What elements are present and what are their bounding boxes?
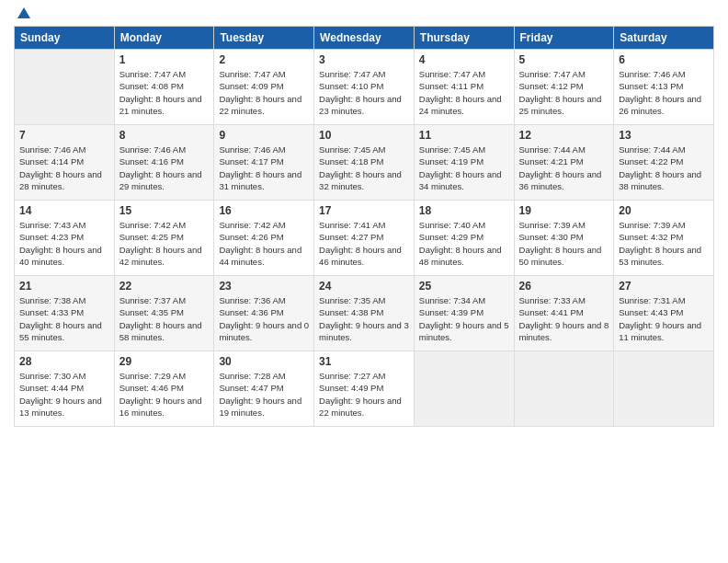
day-cell: 14Sunrise: 7:43 AMSunset: 4:23 PMDayligh… — [15, 201, 115, 276]
day-info: Sunrise: 7:41 AMSunset: 4:27 PMDaylight:… — [319, 219, 409, 268]
day-info: Sunrise: 7:44 AMSunset: 4:21 PMDaylight:… — [519, 144, 609, 192]
col-header-saturday: Saturday — [614, 27, 714, 50]
day-info: Sunrise: 7:46 AMSunset: 4:13 PMDaylight:… — [619, 68, 709, 117]
day-number: 29 — [119, 355, 210, 368]
day-cell: 24Sunrise: 7:35 AMSunset: 4:38 PMDayligh… — [314, 276, 415, 351]
week-row-4: 21Sunrise: 7:38 AMSunset: 4:33 PMDayligh… — [15, 276, 714, 351]
day-info: Sunrise: 7:39 AMSunset: 4:30 PMDaylight:… — [519, 219, 609, 268]
day-info: Sunrise: 7:47 AMSunset: 4:09 PMDaylight:… — [219, 68, 309, 117]
day-info: Sunrise: 7:38 AMSunset: 4:33 PMDaylight:… — [19, 294, 109, 343]
day-cell: 13Sunrise: 7:44 AMSunset: 4:22 PMDayligh… — [614, 125, 714, 201]
day-cell: 15Sunrise: 7:42 AMSunset: 4:25 PMDayligh… — [114, 201, 214, 276]
day-info: Sunrise: 7:46 AMSunset: 4:17 PMDaylight:… — [219, 144, 309, 192]
col-header-sunday: Sunday — [15, 27, 115, 50]
day-number: 9 — [219, 129, 309, 142]
day-number: 3 — [319, 53, 409, 66]
day-info: Sunrise: 7:34 AMSunset: 4:39 PMDaylight:… — [419, 294, 509, 343]
day-number: 12 — [519, 129, 609, 142]
day-info: Sunrise: 7:42 AMSunset: 4:25 PMDaylight:… — [119, 219, 210, 268]
day-cell: 20Sunrise: 7:39 AMSunset: 4:32 PMDayligh… — [614, 201, 714, 276]
day-number: 16 — [219, 204, 309, 217]
day-info: Sunrise: 7:43 AMSunset: 4:23 PMDaylight:… — [19, 219, 109, 268]
header — [14, 9, 714, 18]
day-info: Sunrise: 7:29 AMSunset: 4:46 PMDaylight:… — [119, 370, 210, 419]
day-info: Sunrise: 7:47 AMSunset: 4:10 PMDaylight:… — [319, 68, 409, 117]
logo-arrow-icon — [16, 6, 32, 22]
day-info: Sunrise: 7:28 AMSunset: 4:47 PMDaylight:… — [219, 370, 309, 419]
day-info: Sunrise: 7:44 AMSunset: 4:22 PMDaylight:… — [619, 144, 709, 192]
svg-marker-0 — [17, 7, 30, 18]
day-info: Sunrise: 7:45 AMSunset: 4:18 PMDaylight:… — [319, 144, 409, 192]
day-number: 26 — [519, 280, 609, 293]
page: SundayMondayTuesdayWednesdayThursdayFrid… — [0, 0, 728, 563]
day-cell: 2Sunrise: 7:47 AMSunset: 4:09 PMDaylight… — [214, 50, 314, 125]
week-row-1: 1Sunrise: 7:47 AMSunset: 4:08 PMDaylight… — [15, 50, 714, 125]
col-header-tuesday: Tuesday — [214, 27, 314, 50]
day-number: 2 — [219, 53, 309, 66]
day-number: 11 — [419, 129, 509, 142]
day-cell: 26Sunrise: 7:33 AMSunset: 4:41 PMDayligh… — [514, 276, 614, 351]
col-header-monday: Monday — [114, 27, 214, 50]
day-cell: 1Sunrise: 7:47 AMSunset: 4:08 PMDaylight… — [114, 50, 214, 125]
day-cell: 19Sunrise: 7:39 AMSunset: 4:30 PMDayligh… — [514, 201, 614, 276]
day-info: Sunrise: 7:42 AMSunset: 4:26 PMDaylight:… — [219, 219, 309, 268]
day-cell: 4Sunrise: 7:47 AMSunset: 4:11 PMDaylight… — [414, 50, 514, 125]
day-info: Sunrise: 7:45 AMSunset: 4:19 PMDaylight:… — [419, 144, 509, 192]
day-info: Sunrise: 7:33 AMSunset: 4:41 PMDaylight:… — [519, 294, 609, 343]
week-row-3: 14Sunrise: 7:43 AMSunset: 4:23 PMDayligh… — [15, 201, 714, 276]
day-info: Sunrise: 7:37 AMSunset: 4:35 PMDaylight:… — [119, 294, 210, 343]
day-number: 24 — [319, 280, 409, 293]
day-cell — [15, 50, 115, 125]
day-cell: 21Sunrise: 7:38 AMSunset: 4:33 PMDayligh… — [15, 276, 115, 351]
day-number: 1 — [119, 53, 210, 66]
day-cell: 30Sunrise: 7:28 AMSunset: 4:47 PMDayligh… — [214, 351, 314, 427]
day-cell: 11Sunrise: 7:45 AMSunset: 4:19 PMDayligh… — [414, 125, 514, 201]
day-number: 10 — [319, 129, 409, 142]
calendar-table: SundayMondayTuesdayWednesdayThursdayFrid… — [14, 26, 714, 427]
col-header-friday: Friday — [514, 27, 614, 50]
day-cell — [414, 351, 514, 427]
logo — [14, 9, 32, 18]
day-cell: 22Sunrise: 7:37 AMSunset: 4:35 PMDayligh… — [114, 276, 214, 351]
day-cell: 8Sunrise: 7:46 AMSunset: 4:16 PMDaylight… — [114, 125, 214, 201]
day-info: Sunrise: 7:30 AMSunset: 4:44 PMDaylight:… — [19, 370, 109, 419]
day-cell — [614, 351, 714, 427]
day-number: 17 — [319, 204, 409, 217]
day-info: Sunrise: 7:47 AMSunset: 4:08 PMDaylight:… — [119, 68, 210, 117]
day-cell: 18Sunrise: 7:40 AMSunset: 4:29 PMDayligh… — [414, 201, 514, 276]
day-number: 7 — [19, 129, 109, 142]
day-cell: 31Sunrise: 7:27 AMSunset: 4:49 PMDayligh… — [314, 351, 415, 427]
day-number: 4 — [419, 53, 509, 66]
day-info: Sunrise: 7:31 AMSunset: 4:43 PMDaylight:… — [619, 294, 709, 343]
day-info: Sunrise: 7:46 AMSunset: 4:14 PMDaylight:… — [19, 144, 109, 192]
day-number: 18 — [419, 204, 509, 217]
calendar-header-row: SundayMondayTuesdayWednesdayThursdayFrid… — [15, 27, 714, 50]
day-cell: 28Sunrise: 7:30 AMSunset: 4:44 PMDayligh… — [15, 351, 115, 427]
day-number: 14 — [19, 204, 109, 217]
day-number: 20 — [619, 204, 709, 217]
day-number: 21 — [19, 280, 109, 293]
day-number: 13 — [619, 129, 709, 142]
week-row-2: 7Sunrise: 7:46 AMSunset: 4:14 PMDaylight… — [15, 125, 714, 201]
day-cell: 5Sunrise: 7:47 AMSunset: 4:12 PMDaylight… — [514, 50, 614, 125]
day-cell: 6Sunrise: 7:46 AMSunset: 4:13 PMDaylight… — [614, 50, 714, 125]
day-number: 19 — [519, 204, 609, 217]
week-row-5: 28Sunrise: 7:30 AMSunset: 4:44 PMDayligh… — [15, 351, 714, 427]
day-cell: 29Sunrise: 7:29 AMSunset: 4:46 PMDayligh… — [114, 351, 214, 427]
day-cell: 16Sunrise: 7:42 AMSunset: 4:26 PMDayligh… — [214, 201, 314, 276]
day-cell: 10Sunrise: 7:45 AMSunset: 4:18 PMDayligh… — [314, 125, 415, 201]
day-number: 31 — [319, 355, 409, 368]
col-header-wednesday: Wednesday — [314, 27, 415, 50]
day-number: 8 — [119, 129, 210, 142]
col-header-thursday: Thursday — [414, 27, 514, 50]
day-number: 6 — [619, 53, 709, 66]
day-number: 28 — [19, 355, 109, 368]
day-number: 30 — [219, 355, 309, 368]
day-number: 27 — [619, 280, 709, 293]
day-cell: 12Sunrise: 7:44 AMSunset: 4:21 PMDayligh… — [514, 125, 614, 201]
day-info: Sunrise: 7:47 AMSunset: 4:12 PMDaylight:… — [519, 68, 609, 117]
day-cell: 3Sunrise: 7:47 AMSunset: 4:10 PMDaylight… — [314, 50, 415, 125]
day-info: Sunrise: 7:27 AMSunset: 4:49 PMDaylight:… — [319, 370, 409, 419]
day-info: Sunrise: 7:39 AMSunset: 4:32 PMDaylight:… — [619, 219, 709, 268]
day-cell: 27Sunrise: 7:31 AMSunset: 4:43 PMDayligh… — [614, 276, 714, 351]
